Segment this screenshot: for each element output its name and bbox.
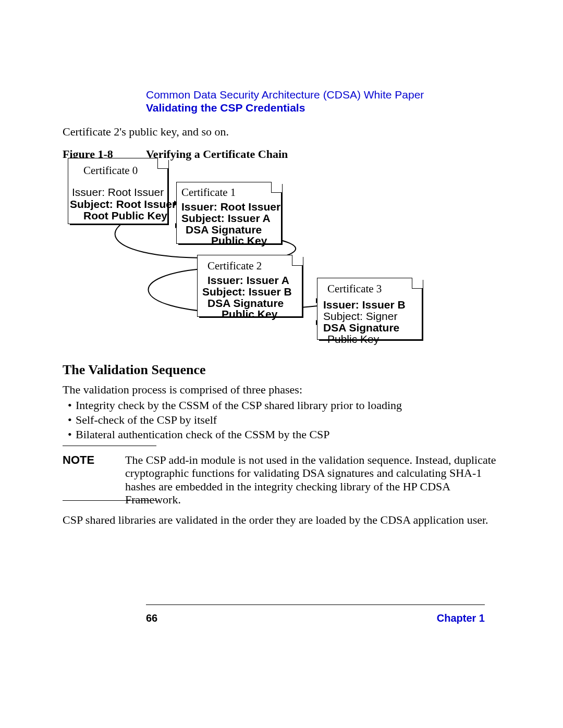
section-intro: The validation process is comprised of t… bbox=[63, 383, 302, 397]
bullet-3: Bilateral authentication check of the CS… bbox=[76, 428, 330, 441]
chapter-link[interactable]: Chapter 1 bbox=[437, 612, 485, 624]
page-number: 66 bbox=[146, 612, 157, 624]
cert0-key: Root Public Key bbox=[83, 209, 167, 222]
cert3-key: Public Key bbox=[327, 333, 379, 346]
note-rule-bottom bbox=[63, 500, 156, 501]
cert2-key: Public Key bbox=[222, 308, 277, 320]
note-label: NOTE bbox=[63, 453, 94, 467]
cert0-title: Certificate 0 bbox=[83, 164, 138, 177]
bullet-dot: • bbox=[68, 413, 72, 427]
bullet-2: Self-check of the CSP by itself bbox=[76, 413, 217, 427]
bullet-1: Integrity check by the CSSM of the CSP s… bbox=[76, 399, 402, 412]
bullet-dot: • bbox=[68, 399, 72, 412]
cert2-issuer: Issuer: Issuer A bbox=[207, 274, 289, 287]
cert2-subject: Subject: Issuer B bbox=[202, 286, 292, 298]
note-rule-top bbox=[63, 446, 156, 446]
footer-rule bbox=[146, 604, 485, 605]
bullet-dot: • bbox=[68, 428, 72, 441]
cert1-key: Public Key bbox=[211, 235, 267, 247]
figure-diagram: Certificate 0 Issuer: Root Issuer Subjec… bbox=[63, 154, 427, 347]
cert0-issuer: Issuer: Root Issuer bbox=[72, 186, 164, 199]
tail-paragraph: CSP shared libraries are validated in th… bbox=[63, 513, 490, 527]
doc-title: Common Data Security Architecture (CDSA)… bbox=[146, 89, 424, 101]
section-header: Validating the CSP Credentials bbox=[146, 102, 305, 114]
cert0-subject: Subject: Root Issuer bbox=[70, 198, 176, 211]
cert3-title: Certificate 3 bbox=[327, 282, 382, 295]
cert3-issuer: Issuer: Issuer B bbox=[323, 299, 406, 311]
cert1-subject: Subject: Issuer A bbox=[181, 212, 271, 225]
note-body: The CSP add-in module is not used in the… bbox=[125, 453, 500, 506]
cert3-subject: Subject: Signer bbox=[323, 310, 397, 323]
cert1-issuer: Issuer: Root Issuer bbox=[181, 201, 280, 213]
cert1-title: Certificate 1 bbox=[181, 186, 236, 199]
section-heading: The Validation Sequence bbox=[63, 362, 206, 378]
cert2-title: Certificate 2 bbox=[207, 260, 262, 273]
cert3-sig: DSA Signature bbox=[323, 322, 399, 334]
lead-text: Certificate 2's public key, and so on. bbox=[63, 125, 229, 139]
